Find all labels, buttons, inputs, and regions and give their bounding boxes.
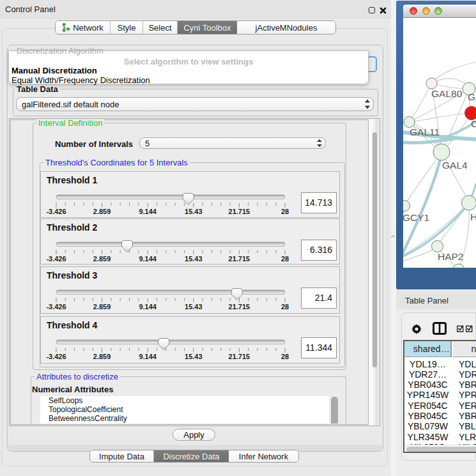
svg-text:21.715: 21.715	[229, 208, 250, 215]
svg-text:9.144: 9.144	[139, 352, 157, 360]
svg-text:H: H	[470, 211, 476, 222]
svg-text:GCY1: GCY1	[403, 212, 429, 223]
svg-text:9.144: 9.144	[139, 208, 157, 215]
svg-text:C: C	[471, 118, 476, 129]
svg-text:GAL4: GAL4	[442, 160, 468, 171]
svg-text:HAP2: HAP2	[438, 251, 464, 262]
svg-text:2.859: 2.859	[93, 302, 111, 310]
svg-text:28: 28	[281, 255, 289, 263]
svg-text:15.43: 15.43	[185, 302, 203, 310]
svg-text:9.144: 9.144	[139, 255, 157, 263]
svg-text:15.43: 15.43	[185, 352, 203, 360]
svg-text:28: 28	[281, 302, 289, 310]
svg-text:-3.426: -3.426	[46, 208, 66, 215]
svg-text:15.43: 15.43	[185, 208, 203, 215]
svg-text:-3.426: -3.426	[46, 302, 66, 310]
svg-text:GAL80: GAL80	[431, 88, 463, 99]
svg-text:28: 28	[281, 208, 289, 215]
svg-text:2.859: 2.859	[93, 208, 111, 215]
svg-text:28: 28	[281, 352, 289, 360]
svg-text:21.715: 21.715	[229, 255, 250, 263]
svg-text:9.144: 9.144	[139, 302, 157, 310]
svg-text:2.859: 2.859	[93, 352, 111, 360]
svg-text:-3.426: -3.426	[46, 255, 66, 263]
svg-text:GA: GA	[468, 91, 476, 102]
svg-text:15.43: 15.43	[185, 255, 203, 263]
svg-text:-3.426: -3.426	[46, 352, 66, 360]
svg-text:21.715: 21.715	[229, 302, 250, 310]
svg-text:2.859: 2.859	[93, 255, 111, 263]
svg-text:GAL11: GAL11	[410, 127, 440, 137]
svg-text:21.715: 21.715	[229, 352, 250, 360]
